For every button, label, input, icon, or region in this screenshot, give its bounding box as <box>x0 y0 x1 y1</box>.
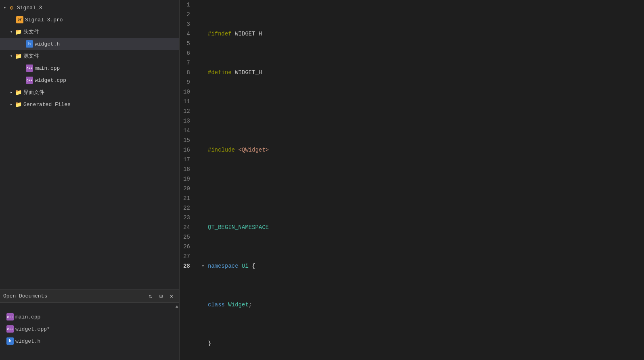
code-line-7: namespace Ui { <box>200 261 644 271</box>
doc-widget-h-label: widget.h <box>15 338 40 344</box>
sources-folder-icon: 📁 <box>15 52 22 60</box>
close-all-button[interactable]: ✕ <box>167 292 176 301</box>
headers-folder[interactable]: 📁 头文件 <box>0 26 179 38</box>
open-docs-panel: Open Documents ⇅ ⊞ ✕ ▲ C++ main.cpp C++ <box>0 289 179 360</box>
ln-26: 26 <box>180 242 193 252</box>
root-chevron <box>2 4 8 11</box>
ui-chevron <box>8 89 15 96</box>
ln-24: 24 <box>180 223 193 232</box>
main-cpp-item[interactable]: C++ main.cpp <box>0 62 179 74</box>
main-cpp-label: main.cpp <box>35 65 60 71</box>
sources-label: 源文件 <box>23 52 39 60</box>
ln-3: 3 <box>180 19 193 29</box>
ln-16: 16 <box>180 145 193 155</box>
widget-h-item[interactable]: h widget.h <box>0 38 179 50</box>
ln-1: 1 <box>180 0 193 10</box>
ln-6: 6 <box>180 48 193 58</box>
code-line-4: #include <QWidget> <box>200 145 644 155</box>
code-text-1: #ifndef WIDGET_H <box>206 29 262 39</box>
code-line-5 <box>200 184 644 194</box>
code-line-8: class Widget; <box>200 300 644 310</box>
ui-folder[interactable]: 📁 界面文件 <box>0 86 179 98</box>
ln-2: 2 <box>180 10 193 19</box>
ui-folder-label: 界面文件 <box>23 89 44 96</box>
headers-label: 头文件 <box>23 28 39 35</box>
pro-file-item[interactable]: pr Signal_3.pro <box>0 14 179 26</box>
editor-area: 1 2 3 4 5 6 7 8 9 10 11 12 13 14 15 16 1… <box>180 0 644 360</box>
split-button[interactable]: ⊞ <box>157 292 165 301</box>
doc-widget-cpp[interactable]: C++ widget.cpp* <box>0 323 179 335</box>
code-line-2: #define WIDGET_H <box>200 68 644 77</box>
code-content[interactable]: #ifndef WIDGET_H #define WIDGET_H #inclu… <box>200 0 644 360</box>
sources-folder[interactable]: 📁 源文件 <box>0 50 179 62</box>
code-view[interactable]: 1 2 3 4 5 6 7 8 9 10 11 12 13 14 15 16 1… <box>180 0 644 360</box>
doc-main-cpp[interactable]: C++ main.cpp <box>0 311 179 323</box>
open-docs-title: Open Documents <box>3 293 47 299</box>
open-docs-list: ▲ C++ main.cpp C++ widget.cpp* h widget.… <box>0 303 179 360</box>
code-text-8: class Widget; <box>206 300 252 310</box>
pro-icon: pr <box>16 16 23 23</box>
tree-root[interactable]: ⚙ Signal_3 <box>0 2 179 14</box>
doc-h-icon: h <box>6 337 14 345</box>
ln-22: 22 <box>180 203 193 213</box>
headers-chevron <box>8 29 15 35</box>
cpp-icon-main: C++ <box>26 65 33 72</box>
code-text-3 <box>206 106 211 116</box>
fold-7[interactable] <box>200 261 206 271</box>
code-line-6: QT_BEGIN_NAMESPACE <box>200 223 644 232</box>
doc-main-cpp-label: main.cpp <box>15 314 40 320</box>
open-docs-header: Open Documents ⇅ ⊞ ✕ <box>0 290 179 303</box>
ln-8: 8 <box>180 68 193 77</box>
ln-4: 4 <box>180 29 193 39</box>
doc-cpp-icon-2: C++ <box>6 325 14 333</box>
ln-12: 12 <box>180 106 193 116</box>
code-text-4: #include <QWidget> <box>206 145 269 155</box>
ln-28: 28 <box>180 261 193 271</box>
generated-folder[interactable]: 📁 Generated Files <box>0 98 179 110</box>
headers-folder-icon: 📁 <box>15 28 22 35</box>
ln-10: 10 <box>180 87 193 97</box>
cpp-icon-widget: C++ <box>26 77 33 84</box>
ln-27: 27 <box>180 252 193 261</box>
pro-file-label: Signal_3.pro <box>25 17 63 23</box>
doc-widget-h[interactable]: h widget.h <box>0 335 179 347</box>
ln-14: 14 <box>180 126 193 135</box>
ln-23: 23 <box>180 213 193 223</box>
ln-19: 19 <box>180 174 193 184</box>
ln-25: 25 <box>180 232 193 242</box>
generated-label: Generated Files <box>23 102 71 108</box>
code-line-3 <box>200 106 644 116</box>
ln-11: 11 <box>180 97 193 106</box>
root-label: Signal_3 <box>17 5 42 11</box>
sort-button[interactable]: ⇅ <box>146 292 155 301</box>
code-text-7: namespace Ui { <box>206 261 255 271</box>
panel-actions: ⇅ ⊞ ✕ <box>146 292 176 301</box>
generated-folder-icon: 📁 <box>15 101 22 108</box>
ln-7: 7 <box>180 58 193 68</box>
file-tree: ⚙ Signal_3 pr Signal_3.pro 📁 头文件 h widge… <box>0 0 179 289</box>
ln-13: 13 <box>180 116 193 126</box>
h-icon: h <box>26 40 33 48</box>
code-line-9: } <box>200 339 644 348</box>
ln-20: 20 <box>180 184 193 194</box>
widget-h-label: widget.h <box>35 41 60 47</box>
code-text-6: QT_BEGIN_NAMESPACE <box>206 223 269 232</box>
code-text-2: #define WIDGET_H <box>206 68 262 77</box>
widget-cpp-label: widget.cpp <box>35 77 66 83</box>
line-numbers: 1 2 3 4 5 6 7 8 9 10 11 12 13 14 15 16 1… <box>180 0 200 360</box>
ln-18: 18 <box>180 164 193 174</box>
doc-cpp-icon-1: C++ <box>6 313 14 320</box>
ui-folder-icon: 📁 <box>15 89 22 96</box>
ln-17: 17 <box>180 155 193 164</box>
code-text-9: } <box>206 339 211 348</box>
doc-widget-cpp-label: widget.cpp* <box>15 326 50 332</box>
code-line-1: #ifndef WIDGET_H <box>200 29 644 39</box>
gear-folder-icon: ⚙ <box>8 4 15 11</box>
ln-5: 5 <box>180 39 193 48</box>
sources-chevron <box>8 53 15 59</box>
widget-cpp-item[interactable]: C++ widget.cpp <box>0 74 179 86</box>
sidebar: ⚙ Signal_3 pr Signal_3.pro 📁 头文件 h widge… <box>0 0 180 360</box>
generated-chevron <box>8 101 15 108</box>
main-container: ⚙ Signal_3 pr Signal_3.pro 📁 头文件 h widge… <box>0 0 644 360</box>
ln-9: 9 <box>180 77 193 87</box>
